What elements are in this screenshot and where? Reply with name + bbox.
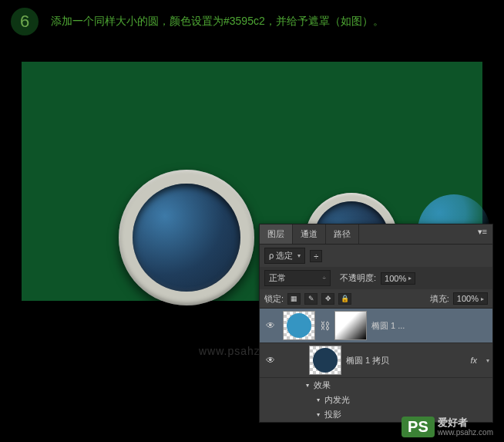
opacity-input[interactable]: 100%▸	[381, 272, 415, 285]
layer-filter-select[interactable]: ρ 选定 ▾	[264, 248, 305, 264]
layer-name[interactable]: 椭圆 1 ...	[371, 320, 405, 332]
layer-row-ellipse-1-copy[interactable]: 👁 椭圆 1 拷贝 fx ▾	[260, 343, 492, 378]
filter-spinner[interactable]: ÷	[310, 250, 322, 262]
lock-brush-icon[interactable]: ✎	[304, 293, 318, 305]
panel-menu-icon[interactable]: ▾≡	[472, 224, 492, 244]
tutorial-header: 6 添加一个同样大小的圆，颜色设置为#3595c2，并给予遮罩（如图）。	[0, 0, 504, 43]
disclosure-icon: ▸	[315, 399, 322, 402]
chevron-down-icon: ▾	[297, 252, 301, 259]
step-number-badge: 6	[11, 8, 39, 35]
blend-row: 正常 ÷ 不透明度: 100%▸	[260, 267, 492, 289]
layer-name[interactable]: 椭圆 1 拷贝	[346, 355, 389, 366]
layers-panel: 图层 通道 路径 ▾≡ ρ 选定 ▾ ÷ 正常 ÷ 不透明度: 100%▸ 锁定…	[259, 224, 493, 423]
button-preview-large	[119, 170, 254, 305]
lock-all-icon[interactable]: 🔒	[338, 293, 351, 305]
lock-move-icon[interactable]: ✥	[321, 293, 334, 305]
effect-inner-glow[interactable]: ▸ 内发光	[260, 393, 492, 407]
tab-channels[interactable]: 通道	[293, 224, 326, 244]
logo-badge: PS	[402, 417, 435, 437]
logo-url-text: www.psahz.com	[438, 428, 493, 437]
visibility-icon[interactable]: 👁	[263, 355, 278, 366]
tab-paths[interactable]: 路径	[326, 224, 359, 244]
filter-row: ρ 选定 ▾ ÷	[260, 245, 492, 267]
panel-tabs: 图层 通道 路径 ▾≡	[260, 224, 492, 245]
chevron-down-icon[interactable]: ▾	[486, 357, 489, 364]
opacity-label: 不透明度:	[340, 272, 376, 284]
layer-row-ellipse-1[interactable]: 👁 ⛓ 椭圆 1 ...	[260, 309, 492, 343]
lock-row: 锁定: ▦ ✎ ✥ 🔒 填充: 100%▸	[260, 289, 492, 309]
effects-header[interactable]: ▸ 效果	[260, 378, 492, 393]
lock-transparency-icon[interactable]: ▦	[287, 293, 301, 305]
fx-badge[interactable]: fx	[470, 356, 482, 365]
chevron-down-icon: ÷	[323, 275, 326, 282]
instruction-text: 添加一个同样大小的圆，颜色设置为#3595c2，并给予遮罩（如图）。	[51, 15, 384, 29]
layer-thumbnail[interactable]	[283, 311, 315, 340]
lock-label: 锁定:	[264, 293, 284, 305]
layer-mask-thumbnail[interactable]	[334, 311, 367, 340]
mask-link-icon[interactable]: ⛓	[320, 320, 330, 332]
disclosure-icon: ▸	[315, 413, 322, 417]
tab-layers[interactable]: 图层	[260, 224, 293, 244]
fill-label: 填充:	[430, 293, 449, 305]
blend-mode-value: 正常	[269, 272, 286, 284]
blend-mode-select[interactable]: 正常 ÷	[264, 270, 331, 286]
logo-cn-text: 爱好者	[438, 417, 493, 428]
filter-label: ρ 选定	[269, 250, 293, 261]
visibility-icon[interactable]: 👁	[263, 320, 278, 331]
disclosure-icon: ▸	[304, 384, 311, 387]
site-logo: PS 爱好者 www.psahz.com	[402, 417, 493, 437]
fill-input[interactable]: 100%▸	[453, 292, 488, 305]
layer-list: 👁 ⛓ 椭圆 1 ... 👁 椭圆 1 拷贝 fx ▾ ▸ 效果 ▸ 内发光 ▸…	[260, 309, 492, 422]
layer-thumbnail[interactable]	[309, 346, 341, 375]
